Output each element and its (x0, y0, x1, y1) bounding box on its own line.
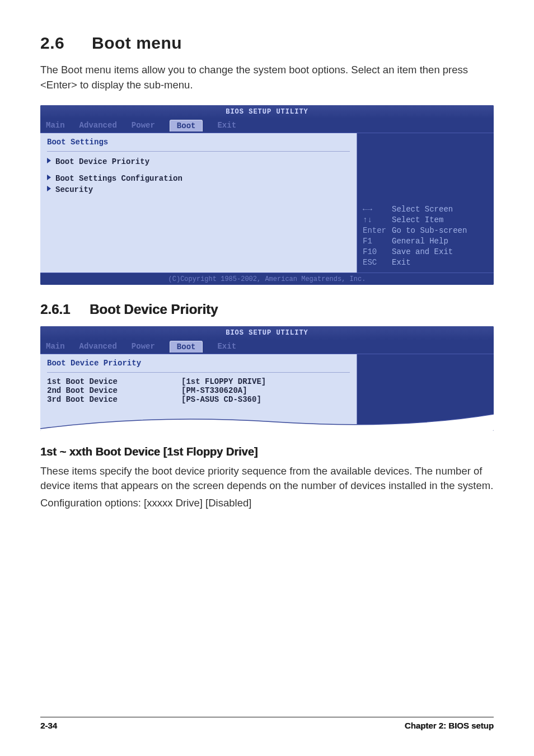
tab-exit[interactable]: Exit (217, 121, 236, 130)
triangle-icon (47, 186, 51, 191)
action-select-screen: Select Screen (392, 204, 490, 215)
menu-boot-device-priority[interactable]: Boot Device Priority (47, 156, 350, 167)
divider (47, 151, 350, 152)
action-exit: Exit (392, 257, 490, 268)
tab-advanced[interactable]: Advanced (79, 342, 117, 351)
bios-left-pane: Boot Device Priority 1st Boot Device [1s… (40, 354, 357, 431)
tab-power[interactable]: Power (132, 121, 155, 130)
bios-boot-settings: BIOS SETUP UTILITY Main Advanced Power B… (40, 105, 494, 285)
divider (47, 372, 350, 373)
option-heading: 1st ~ xxth Boot Device [1st Floppy Drive… (40, 445, 494, 458)
key-f1: F1 (363, 236, 392, 247)
bios-footer: (C)Copyright 1985-2002, American Megatre… (40, 273, 494, 285)
tab-boot[interactable]: Boot (170, 341, 203, 353)
bios-tabs: Main Advanced Power Boot Exit (40, 119, 494, 133)
menu-boot-settings-config[interactable]: Boot Settings Configuration (47, 173, 350, 184)
tab-power[interactable]: Power (132, 342, 155, 351)
tab-advanced[interactable]: Advanced (79, 121, 117, 130)
bios-title-bar: BIOS SETUP UTILITY (40, 326, 494, 340)
key-left-right: ←→ (363, 204, 392, 215)
subsection-title: Boot Device Priority (90, 302, 218, 317)
boot-device-row-2[interactable]: 2nd Boot Device [PM-ST330620A] (47, 386, 350, 395)
triangle-icon (47, 158, 51, 163)
tab-exit[interactable]: Exit (217, 342, 236, 351)
action-select-item: Select Item (392, 215, 490, 226)
subsection-heading: 2.6.1Boot Device Priority (40, 302, 494, 317)
menu-security[interactable]: Security (47, 184, 350, 195)
key-enter: Enter (363, 226, 392, 236)
bios-boot-device-priority: BIOS SETUP UTILITY Main Advanced Power B… (40, 326, 494, 431)
page-number: 2-34 (40, 721, 57, 730)
page-footer: 2-34 Chapter 2: BIOS setup (40, 717, 494, 730)
section-heading: 2.6Boot menu (40, 34, 494, 53)
key-up-down: ↑↓ (363, 215, 392, 226)
option-description: These items specify the boot device prio… (40, 464, 494, 494)
section-number: 2.6 (40, 34, 92, 53)
bios-right-pane: ←→Select Screen ↑↓Select Item EnterGo to… (357, 133, 494, 273)
section-title: Boot menu (92, 34, 182, 52)
tab-main[interactable]: Main (46, 121, 65, 130)
boot-settings-title: Boot Settings (47, 138, 350, 147)
action-sub-screen: Go to Sub-screen (392, 226, 490, 236)
action-save-exit: Save and Exit (392, 247, 490, 257)
chapter-label: Chapter 2: BIOS setup (405, 721, 494, 730)
bios-help-keys: ←→Select Screen ↑↓Select Item EnterGo to… (363, 204, 490, 267)
bios-right-pane (357, 354, 494, 431)
intro-paragraph: The Boot menu items allow you to change … (40, 63, 494, 93)
bios-tabs: Main Advanced Power Boot Exit (40, 340, 494, 354)
boot-device-row-1[interactable]: 1st Boot Device [1st FLOPPY DRIVE] (47, 377, 350, 386)
key-f10: F10 (363, 247, 392, 257)
action-general-help: General Help (392, 236, 490, 247)
bios-left-pane: Boot Settings Boot Device Priority Boot … (40, 133, 357, 273)
tab-boot[interactable]: Boot (170, 120, 203, 132)
boot-device-priority-title: Boot Device Priority (47, 359, 350, 368)
tab-main[interactable]: Main (46, 342, 65, 351)
key-esc: ESC (363, 257, 392, 268)
bios-title-bar: BIOS SETUP UTILITY (40, 105, 494, 119)
boot-device-row-3[interactable]: 3rd Boot Device [PS-ASUS CD-S360] (47, 395, 350, 404)
subsection-number: 2.6.1 (40, 302, 90, 317)
option-config: Configuration options: [xxxxx Drive] [Di… (40, 496, 494, 511)
triangle-icon (47, 175, 51, 180)
